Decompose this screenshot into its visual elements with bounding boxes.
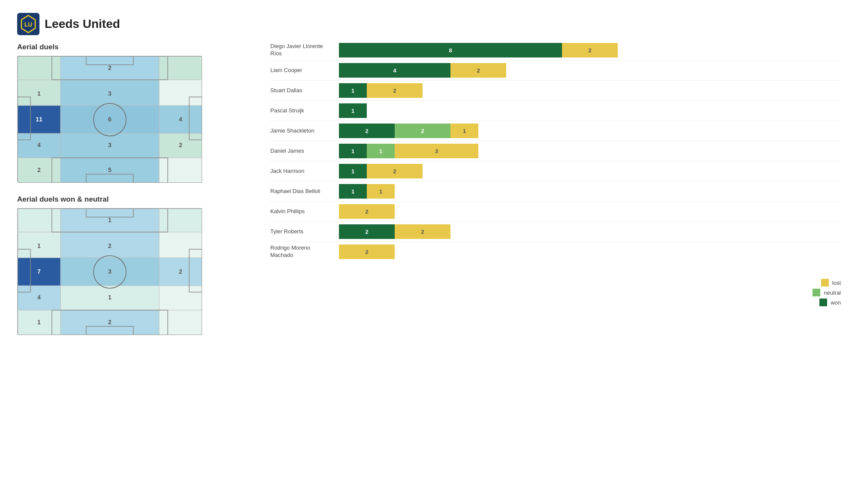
svg-rect-57 xyxy=(159,310,202,335)
player-name: Diego Javier LlorenteRíos xyxy=(270,43,339,57)
bar-segment-lost: 2 xyxy=(339,244,395,259)
bar-row: Pascal Struijk1 xyxy=(270,103,841,121)
pitch1-svg: 2 1 3 11 6 4 4 3 2 2 5 xyxy=(18,56,202,183)
bar-segment-neutral: 1 xyxy=(367,144,395,158)
bar-row: Daniel James113 xyxy=(270,144,841,161)
bar-group: 2 xyxy=(339,204,395,219)
bar-segment-lost: 2 xyxy=(450,63,506,78)
player-name: Rodrigo MorenoMachado xyxy=(270,244,339,259)
bar-row: Diego Javier LlorenteRíos82 xyxy=(270,43,841,60)
bar-chart-section: Diego Javier LlorenteRíos82Liam Cooper42… xyxy=(270,43,841,262)
legend-lost: lost xyxy=(821,279,841,287)
legend: lost neutral won xyxy=(813,279,841,306)
bar-group: 113 xyxy=(339,144,478,158)
bar-row: Stuart Dallas12 xyxy=(270,83,841,101)
svg-text:2: 2 xyxy=(179,268,182,275)
bar-group: 221 xyxy=(339,124,478,138)
player-name: Tyler Roberts xyxy=(270,228,339,235)
bar-group: 42 xyxy=(339,63,506,78)
bar-group: 11 xyxy=(339,184,395,199)
legend-won-box xyxy=(819,299,827,306)
svg-text:3: 3 xyxy=(108,90,112,97)
svg-text:2: 2 xyxy=(108,319,112,326)
legend-neutral-box xyxy=(813,289,820,296)
legend-neutral: neutral xyxy=(813,289,841,296)
svg-rect-5 xyxy=(159,56,202,80)
bar-segment-won: 1 xyxy=(339,184,367,199)
main-layout: Aerial duels xyxy=(17,43,841,347)
bar-row: Raphael Dias Belloli11 xyxy=(270,184,841,202)
bar-segment-won: 4 xyxy=(339,63,450,78)
bar-group: 2 xyxy=(339,244,395,259)
svg-text:2: 2 xyxy=(179,142,182,148)
bar-group: 22 xyxy=(339,224,450,239)
bar-segment-won: 1 xyxy=(339,103,367,118)
bar-segment-won: 8 xyxy=(339,43,562,57)
svg-text:2: 2 xyxy=(37,166,41,173)
svg-text:1: 1 xyxy=(108,217,112,223)
svg-text:7: 7 xyxy=(37,268,41,275)
svg-rect-48 xyxy=(159,232,202,258)
svg-text:3: 3 xyxy=(108,142,112,148)
bar-segment-won: 2 xyxy=(339,124,395,138)
pitch2-svg: 1 1 2 7 3 2 4 1 1 2 xyxy=(18,208,202,335)
svg-rect-43 xyxy=(18,208,60,232)
svg-text:2: 2 xyxy=(108,242,112,249)
bar-group: 1 xyxy=(339,103,367,118)
section-title-aerial-won: Aerial duels won & neutral xyxy=(17,195,245,204)
svg-text:4: 4 xyxy=(179,116,182,123)
legend-won-label: won xyxy=(831,299,841,306)
legend-lost-box xyxy=(821,279,829,287)
player-name: Kalvin Phillips xyxy=(270,208,339,215)
svg-rect-8 xyxy=(159,80,202,106)
bar-row: Liam Cooper42 xyxy=(270,63,841,81)
bar-row: Kalvin Phillips2 xyxy=(270,204,841,222)
svg-text:1: 1 xyxy=(37,319,41,326)
svg-text:1: 1 xyxy=(37,90,41,97)
bar-segment-won: 1 xyxy=(339,83,367,98)
pitch2-container: 1 1 2 7 3 2 4 1 1 2 xyxy=(17,208,202,335)
bar-segment-lost: 3 xyxy=(395,144,478,158)
bar-row: Jack Harrison12 xyxy=(270,164,841,181)
club-name: Leeds United xyxy=(45,17,120,31)
section-title-aerial-duels: Aerial duels xyxy=(17,43,245,51)
bar-segment-lost: 2 xyxy=(367,164,423,178)
svg-text:1: 1 xyxy=(108,294,112,301)
bar-segment-lost: 2 xyxy=(562,43,618,57)
bar-group: 12 xyxy=(339,83,423,98)
bar-row: Tyler Roberts22 xyxy=(270,224,841,242)
bar-row: Rodrigo MorenoMachado2 xyxy=(270,244,841,262)
bar-segment-lost: 1 xyxy=(450,124,478,138)
svg-text:5: 5 xyxy=(108,166,112,173)
bar-segment-neutral: 2 xyxy=(395,124,450,138)
bar-segment-won: 2 xyxy=(339,224,395,239)
svg-text:LU: LU xyxy=(24,21,33,28)
svg-rect-3 xyxy=(18,56,60,80)
right-column: Diego Javier LlorenteRíos82Liam Cooper42… xyxy=(270,43,841,347)
legend-won: won xyxy=(819,299,841,306)
svg-text:4: 4 xyxy=(37,142,41,148)
legend-lost-label: lost xyxy=(832,280,841,286)
player-name: Jack Harrison xyxy=(270,168,339,175)
svg-text:2: 2 xyxy=(108,64,112,71)
player-name: Stuart Dallas xyxy=(270,87,339,94)
player-name: Daniel James xyxy=(270,148,339,155)
svg-text:1: 1 xyxy=(37,242,41,249)
player-name: Jamie Shackleton xyxy=(270,127,339,135)
bar-group: 12 xyxy=(339,164,423,178)
svg-text:3: 3 xyxy=(108,268,112,275)
bar-segment-won: 1 xyxy=(339,144,367,158)
bar-segment-lost: 2 xyxy=(367,83,423,98)
left-column: Aerial duels xyxy=(17,43,245,347)
svg-text:6: 6 xyxy=(108,116,112,123)
bar-segment-lost: 2 xyxy=(395,224,450,239)
player-name: Raphael Dias Belloli xyxy=(270,188,339,195)
player-name: Liam Cooper xyxy=(270,67,339,74)
pitch1-container: 2 1 3 11 6 4 4 3 2 2 5 xyxy=(17,56,202,182)
club-logo: LU xyxy=(17,13,39,35)
player-name: Pascal Struijk xyxy=(270,107,339,115)
svg-rect-17 xyxy=(159,158,202,183)
svg-rect-45 xyxy=(159,208,202,232)
bar-segment-lost: 1 xyxy=(367,184,395,199)
bar-group: 82 xyxy=(339,43,618,57)
